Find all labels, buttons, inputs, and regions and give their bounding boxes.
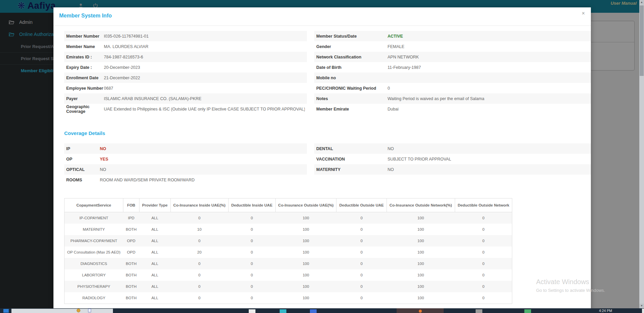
field-value: MA. LOURDES ALVIAR [104, 44, 148, 49]
table-row: IP-COPAYMENT IPD ALL 0 0 100 0 100 0 [65, 212, 512, 224]
field-label: Member Name [66, 44, 104, 49]
coverage-details-heading: Coverage Details [64, 130, 591, 136]
page-scrollbar[interactable]: ▲ ▼ [639, 0, 644, 308]
field-label: Payer [66, 96, 104, 101]
table-row: PHARMACY-COPAYMENT OPD ALL 0 0 100 0 100… [65, 235, 512, 247]
field-row: Geographic Coverage UAE Extended to Phil… [64, 104, 307, 114]
field-value: FEMALE [388, 44, 404, 49]
field-value: 784-1987-8216573-6 [104, 55, 143, 59]
copayment-table: CopaymentServiceFOBProvider TypeCo-Insur… [64, 198, 512, 304]
field-value: NO [100, 167, 106, 172]
cell-copayment-service: OP Consultation (Max 25 AED) [65, 247, 123, 258]
cell-deductible-outside-uae: 0 [336, 292, 387, 304]
show-desktop-button[interactable] [642, 309, 644, 313]
cell-coins-outside-network: 100 [387, 258, 455, 269]
cell-fob: OPD [123, 247, 139, 258]
scrollbar-thumb[interactable] [640, 5, 644, 76]
cell-deductible-outside-uae: 0 [336, 235, 387, 247]
cell-deductible-outside-uae: 0 [336, 281, 387, 292]
cell-coins-outside-network: 100 [387, 235, 455, 247]
taskbar-app-blue-icon[interactable] [310, 309, 317, 313]
taskbar-app-gray-icon[interactable] [476, 309, 482, 313]
field-value: SUBJECT TO PRIOR APPROVAL [388, 157, 451, 162]
cell-copayment-service: IP-COPAYMENT [65, 212, 123, 224]
cell-deductible-inside-uae: 0 [228, 281, 275, 292]
cell-deductible-inside-uae: 0 [228, 247, 275, 258]
taskbar-app-icon[interactable] [3, 309, 9, 313]
field-row: Gender FEMALE [314, 41, 591, 52]
field-value: 0 [388, 86, 390, 91]
field-row: Member Name MA. LOURDES ALVIAR [64, 41, 307, 52]
taskbar-app-orange-icon[interactable] [419, 310, 422, 313]
field-row: Member Emirate Dubai [314, 104, 591, 114]
field-row: Payer ISLAMIC ARAB INSURANCE CO. (SALAMA… [64, 93, 307, 104]
field-label: Geographic Coverage [66, 104, 104, 114]
field-row: ROOMS ROOM AND WARD/SEMI PRIVATE ROOM/WA… [64, 175, 307, 185]
taskbar-search-box[interactable] [11, 309, 113, 313]
field-value: ROOM AND WARD/SEMI PRIVATE ROOM/WARD [100, 178, 195, 182]
field-row: Member Status/Date ACTIVE [314, 31, 591, 41]
cell-deductible-outside-network: 0 [455, 235, 512, 247]
table-header-cell: Provider Type [139, 198, 170, 212]
close-icon[interactable]: × [582, 11, 585, 16]
cell-coins-outside-network: 100 [387, 212, 455, 224]
cell-fob: BOTH [123, 281, 139, 292]
scrollbar-down-arrow[interactable]: ▼ [639, 304, 644, 308]
table-row: LABORTORY BOTH ALL 0 0 100 0 100 0 [65, 269, 512, 281]
table-header-cell: Co-Insurance Inside UAE(%) [170, 198, 228, 212]
field-value: YES [100, 157, 108, 162]
cell-coins-outside-uae: 100 [275, 212, 336, 224]
cell-deductible-outside-network: 0 [455, 269, 512, 281]
field-label: Network Classification [316, 55, 388, 59]
modal-header: Member System Info × [53, 7, 591, 26]
coverage-fields-right: DENTAL NO VACCINATION SUBJECT TO PRIOR A… [314, 143, 591, 185]
field-label: IP [66, 146, 100, 151]
field-value: I035-026-117674981-01 [104, 34, 149, 39]
cell-coins-inside-uae: 10 [170, 224, 228, 235]
taskbar-document-icon[interactable] [88, 309, 91, 312]
cell-copayment-service: MATERNITY [65, 224, 123, 235]
field-row: VACCINATION SUBJECT TO PRIOR APPROVAL [314, 154, 591, 164]
field-row: OP YES [64, 154, 307, 164]
field-row: Emirates ID : 784-1987-8216573-6 [64, 52, 307, 62]
cell-coins-outside-network: 100 [387, 247, 455, 258]
cell-coins-inside-uae: 0 [170, 292, 228, 304]
field-value: NO [100, 146, 106, 151]
table-row: DIAGNOSTICS BOTH ALL 0 0 100 0 100 0 [65, 258, 512, 269]
field-value: 11-February-1987 [388, 65, 421, 70]
windows-taskbar[interactable]: 4:24 PM [0, 308, 644, 313]
cell-deductible-outside-uae: 0 [336, 247, 387, 258]
cell-coins-inside-uae: 0 [170, 258, 228, 269]
cell-coins-inside-uae: 20 [170, 247, 228, 258]
cell-provider-type: ALL [139, 235, 170, 247]
taskbar-app-white-icon[interactable] [249, 309, 255, 313]
table-row: RADIOLOGY BOTH ALL 0 0 100 0 100 0 [65, 292, 512, 304]
field-label: Emirates ID : [66, 55, 104, 59]
field-value: 0687 [104, 86, 113, 91]
taskbar-app-green-icon[interactable] [524, 309, 531, 313]
cell-deductible-outside-uae: 0 [336, 269, 387, 281]
field-label: VACCINATION [316, 157, 388, 162]
cell-deductible-outside-network: 0 [455, 258, 512, 269]
cell-provider-type: ALL [139, 224, 170, 235]
taskbar-app-teal-icon[interactable] [280, 309, 286, 313]
field-value: Waiting Period is waived as per the emai… [388, 96, 484, 101]
table-row: MATERNITY BOTH ALL 10 0 100 0 100 0 [65, 224, 512, 235]
cell-provider-type: ALL [139, 292, 170, 304]
cell-deductible-inside-uae: 0 [228, 235, 275, 247]
field-row: Date of Birth 11-February-1987 [314, 62, 591, 73]
cell-fob: BOTH [123, 269, 139, 281]
scrollbar-up-arrow[interactable]: ▲ [639, 0, 644, 5]
cell-coins-outside-network: 100 [387, 224, 455, 235]
cell-coins-inside-uae: 0 [170, 269, 228, 281]
table-header-cell: Deductible Outside UAE [336, 198, 387, 212]
field-value: ISLAMIC ARAB INSURANCE CO. (SALAMA)-PKRE [104, 96, 201, 101]
field-label: Mobile no [316, 76, 388, 80]
cell-copayment-service: PHYSIOTHERAPY [65, 281, 123, 292]
cell-coins-outside-uae: 100 [275, 224, 336, 235]
table-header-cell: CopaymentService [65, 198, 123, 212]
taskbar-coin-icon[interactable] [77, 309, 80, 312]
cell-deductible-inside-uae: 0 [228, 292, 275, 304]
field-row: Notes Waiting Period is waived as per th… [314, 93, 591, 104]
table-row: OP Consultation (Max 25 AED) OPD ALL 20 … [65, 247, 512, 258]
